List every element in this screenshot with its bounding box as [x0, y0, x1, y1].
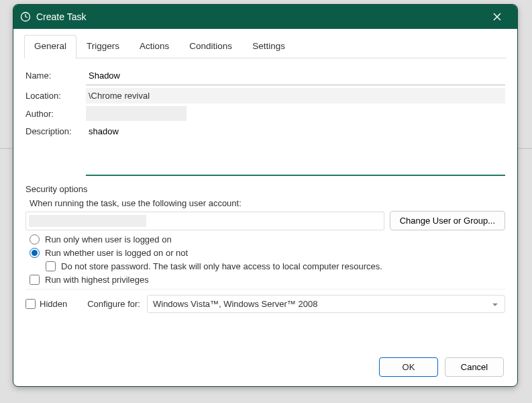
change-user-button[interactable]: Change User or Group...: [390, 211, 505, 230]
configure-for-value: Windows Vista™, Windows Server™ 2008: [153, 299, 317, 309]
highest-privileges-checkbox[interactable]: [30, 275, 40, 285]
highest-privileges-label: Run with highest privileges: [45, 275, 149, 285]
hidden-label: Hidden: [40, 299, 67, 309]
window-title: Create Task: [36, 11, 484, 22]
tab-general[interactable]: General: [24, 35, 76, 58]
location-value: \Chrome revival: [86, 88, 505, 103]
run-whether-option[interactable]: Run whether user is logged on or not: [30, 248, 505, 258]
titlebar: Create Task: [13, 5, 517, 29]
create-task-window: Create Task General Triggers Actions Con…: [13, 4, 518, 387]
configure-for-label: Configure for:: [87, 299, 140, 309]
user-account-field: [25, 212, 384, 230]
name-input[interactable]: [86, 68, 505, 85]
run-whether-label: Run whether user is logged on or not: [45, 248, 188, 258]
description-label: Description:: [25, 124, 86, 136]
run-whether-radio[interactable]: [30, 248, 40, 258]
name-label: Name:: [25, 68, 86, 81]
security-options-title: Security options: [25, 184, 505, 194]
close-icon: [493, 13, 501, 21]
tab-triggers[interactable]: Triggers: [76, 35, 129, 58]
tab-strip: General Triggers Actions Conditions Sett…: [24, 34, 507, 58]
author-value-redacted: [86, 106, 187, 121]
hidden-option[interactable]: Hidden: [25, 299, 67, 309]
cancel-button[interactable]: Cancel: [445, 357, 504, 377]
ok-button[interactable]: OK: [379, 357, 438, 377]
svg-line-2: [25, 17, 28, 17]
security-prompt: When running the task, use the following…: [30, 198, 505, 208]
no-store-password-checkbox[interactable]: [46, 261, 56, 271]
run-logged-on-option[interactable]: Run only when user is logged on: [30, 234, 505, 244]
location-label: Location:: [25, 88, 86, 101]
no-store-password-label: Do not store password. The task will onl…: [61, 261, 382, 271]
no-store-password-option[interactable]: Do not store password. The task will onl…: [46, 261, 505, 271]
author-label: Author:: [25, 106, 86, 119]
run-logged-on-label: Run only when user is logged on: [45, 234, 172, 244]
description-input[interactable]: [86, 124, 505, 176]
close-button[interactable]: [484, 5, 511, 29]
user-account-value-redacted: [29, 215, 146, 227]
configure-for-select[interactable]: Windows Vista™, Windows Server™ 2008: [147, 295, 505, 313]
tab-settings[interactable]: Settings: [242, 35, 295, 58]
hidden-checkbox[interactable]: [25, 299, 36, 309]
tab-conditions[interactable]: Conditions: [179, 35, 242, 58]
highest-privileges-option[interactable]: Run with highest privileges: [30, 275, 505, 285]
run-logged-on-radio[interactable]: [30, 234, 40, 244]
dialog-footer: OK Cancel: [24, 351, 507, 378]
tab-actions[interactable]: Actions: [129, 35, 179, 58]
clock-icon: [20, 11, 31, 22]
